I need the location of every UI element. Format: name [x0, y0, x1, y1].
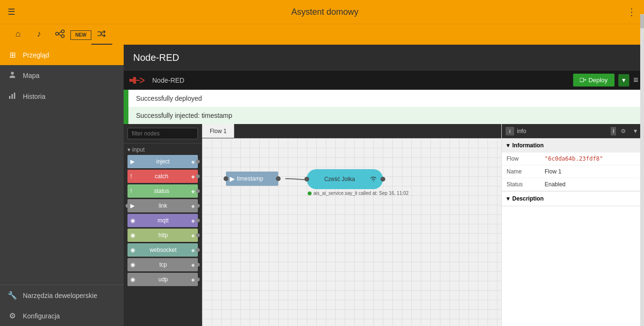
chart-icon: [8, 92, 17, 101]
timestamp-label: timestamp: [237, 175, 263, 182]
node-udp[interactable]: ◉ udp ◆: [127, 273, 198, 286]
svg-line-4: [59, 34, 61, 36]
svg-rect-14: [580, 78, 584, 82]
wire-svg: [202, 138, 488, 281]
flow-tab-label: Flow 1: [210, 128, 226, 134]
info-btn-filter[interactable]: ⚙: [619, 127, 628, 135]
collapse-desc-icon: ▾: [507, 195, 509, 202]
top-bar: ☰ Asystent domowy ⋮: [0, 0, 644, 24]
czech-wifi-icon: [370, 176, 377, 183]
category-label: input: [132, 146, 145, 153]
tcp-icon: ◉: [130, 261, 135, 268]
info-badge: i: [506, 127, 514, 135]
node-inject[interactable]: ▶ inject ◆: [127, 155, 198, 168]
http-icon: ◉: [130, 232, 135, 239]
page-title: Node-RED: [133, 52, 179, 63]
main-layout: ⊞ Przegląd Mapa Historia 🔧 Narzędzia dew…: [0, 45, 644, 326]
information-section-header[interactable]: ▾ Information: [502, 138, 644, 153]
deploy-dropdown-button[interactable]: ▼: [618, 74, 630, 86]
sidebar-item-historia[interactable]: Historia: [0, 86, 124, 107]
czech-label: Cześć Jolka: [312, 176, 367, 182]
notification-deployed: Successfully deployed: [124, 90, 644, 107]
svg-rect-6: [9, 96, 10, 99]
node-websocket[interactable]: ◉ websocket ◆: [127, 243, 198, 257]
hamburger-icon[interactable]: ☰: [8, 7, 15, 17]
node-catch[interactable]: ! catch ◆: [127, 170, 198, 183]
svg-line-13: [140, 80, 145, 83]
info-scrollbar[interactable]: [640, 124, 644, 326]
link-icon: ▶: [130, 202, 135, 209]
description-section-header[interactable]: ▾ Description: [502, 192, 644, 206]
info-btn-expand[interactable]: ▼: [631, 127, 640, 135]
timestamp-port-right: [276, 176, 281, 181]
svg-point-1: [61, 30, 64, 33]
svg-rect-8: [14, 93, 15, 99]
nodes-search-area: [124, 124, 202, 144]
sidebar-label-historia: Historia: [23, 93, 45, 100]
nodered-panel: Node-RED Deploy ▼ ≡ Successfully deploye…: [124, 71, 644, 326]
catch-label: catch: [132, 173, 191, 180]
nodes-category-header[interactable]: ▾ input: [127, 146, 198, 153]
nr-menu-button[interactable]: ≡: [633, 75, 638, 85]
more-options-icon[interactable]: ⋮: [627, 6, 636, 18]
sidebar-item-konfiguracja[interactable]: ⚙ Konfiguracja: [0, 306, 124, 326]
flow-val: "6c0da64b.23fdf8": [545, 155, 603, 162]
timestamp-icon: ▶: [230, 175, 235, 182]
nodes-filter-input[interactable]: [127, 128, 198, 139]
info-row-name: Name Flow 1: [502, 165, 644, 178]
mqtt-icon: ◉: [130, 217, 135, 224]
flow-key: Flow: [507, 155, 545, 162]
http-label: http: [135, 232, 191, 239]
sidebar: ⊞ Przegląd Mapa Historia 🔧 Narzędzia dew…: [0, 45, 124, 326]
node-subtext: ais_ai_service.say_it called at: Sep 16,…: [313, 191, 409, 196]
nav-music[interactable]: ♪: [29, 24, 49, 45]
ws-port-right: [196, 248, 200, 252]
info-btn-i[interactable]: i: [611, 127, 616, 135]
flow-tab-1[interactable]: Flow 1: [202, 124, 234, 138]
sidebar-label-przeglad: Przegląd: [23, 51, 49, 59]
name-val: Flow 1: [545, 168, 561, 175]
deploy-button[interactable]: Deploy: [573, 74, 614, 86]
svg-point-0: [56, 32, 59, 35]
canvas-node-czech[interactable]: Cześć Jolka: [307, 169, 383, 189]
info-tab-label: info: [517, 128, 526, 134]
udp-label: udp: [135, 276, 191, 283]
nr-logo: [129, 75, 145, 86]
node-tcp[interactable]: ◉ tcp ◆: [127, 258, 198, 271]
mqtt-right-indicator: ◆: [191, 218, 195, 223]
node-status[interactable]: ! status ◆: [127, 184, 198, 198]
green-status-dot: [308, 192, 312, 195]
notif-success: Successfully deployed: [127, 90, 644, 107]
nav-nodes[interactable]: [49, 24, 70, 45]
node-mqtt[interactable]: ◉ mqtt ◆: [127, 214, 198, 227]
nav-random[interactable]: [91, 24, 112, 45]
nav-new[interactable]: NEW: [70, 30, 91, 40]
grid-icon: ⊞: [8, 50, 17, 59]
information-label: Information: [512, 142, 544, 149]
svg-rect-7: [11, 94, 13, 99]
info-panel: i info i ⚙ ▼ ▾ Information: [501, 124, 644, 326]
notif-text-injected: Successfully injected: timestamp: [136, 112, 232, 119]
timestamp-port-left: [224, 176, 228, 181]
flow-canvas[interactable]: ▶ timestamp Cześć Jolka: [202, 138, 501, 326]
nav-home[interactable]: ⌂: [8, 24, 29, 45]
description-label: Description: [512, 195, 544, 202]
gear-icon: ⚙: [8, 311, 17, 320]
info-panel-header: i info i ⚙ ▼: [502, 124, 644, 138]
page-header: Node-RED: [124, 45, 644, 71]
sidebar-item-mapa[interactable]: Mapa: [0, 65, 124, 86]
link-right-indicator: ◆: [191, 203, 195, 209]
canvas-node-timestamp[interactable]: ▶ timestamp: [226, 172, 278, 186]
sidebar-label-mapa: Mapa: [23, 72, 39, 79]
node-link[interactable]: ▶ link ◆: [127, 199, 198, 212]
sidebar-item-narzedzia[interactable]: 🔧 Narzędzia deweloperskie: [0, 285, 124, 306]
sidebar-item-przeglad[interactable]: ⊞ Przegląd: [0, 45, 124, 65]
svg-point-5: [11, 72, 14, 75]
app-title: Asystent domowy: [23, 7, 627, 17]
canvas-wires: [202, 138, 488, 281]
status-port-right: [196, 189, 200, 193]
ws-icon: ◉: [130, 247, 135, 253]
node-http[interactable]: ◉ http ◆: [127, 229, 198, 242]
inject-right-indicator: ◆: [191, 159, 195, 164]
status-key: Status: [507, 181, 545, 188]
